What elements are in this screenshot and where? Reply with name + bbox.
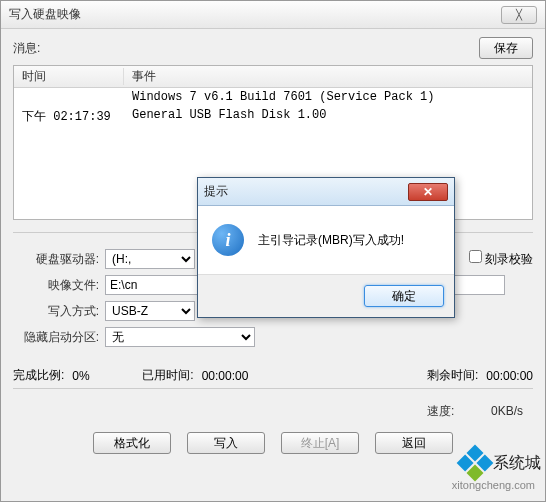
log-header: 时间 事件 — [14, 66, 532, 88]
verify-text: 刻录校验 — [485, 252, 533, 266]
dialog-ok-button[interactable]: 确定 — [364, 285, 444, 307]
drive-select[interactable]: (H:, — [105, 249, 195, 269]
dialog-titlebar: 提示 ✕ — [198, 178, 454, 206]
window-close-button[interactable]: ╳ — [501, 6, 537, 24]
elapsed-label: 已用时间: — [142, 367, 193, 384]
dialog-body: i 主引导记录(MBR)写入成功! — [198, 206, 454, 274]
watermark-brand: 系统城 — [493, 453, 541, 474]
done-label: 完成比例: — [13, 367, 64, 384]
log-time — [14, 90, 124, 104]
drive-label: 硬盘驱动器: — [13, 251, 105, 268]
main-window: 写入硬盘映像 ╳ 消息: 保存 时间 事件 Windows 7 v6.1 Bui… — [0, 0, 546, 502]
save-button[interactable]: 保存 — [479, 37, 533, 59]
dialog-message: 主引导记录(MBR)写入成功! — [258, 232, 404, 249]
mode-label: 写入方式: — [13, 303, 105, 320]
log-row: Windows 7 v6.1 Build 7601 (Service Pack … — [14, 88, 532, 106]
image-label: 映像文件: — [13, 277, 105, 294]
dialog-title: 提示 — [204, 183, 408, 200]
remain-label: 剩余时间: — [427, 367, 478, 384]
log-row: 下午 02:17:39 General USB Flash Disk 1.00 — [14, 106, 532, 127]
hide-label: 隐藏启动分区: — [13, 329, 105, 346]
write-button[interactable]: 写入 — [187, 432, 265, 454]
remain-value: 00:00:00 — [486, 369, 533, 383]
verify-checkbox[interactable] — [469, 250, 482, 263]
col-event-header: 事件 — [124, 68, 164, 85]
logo-icon — [455, 443, 495, 483]
button-row: 格式化 写入 终止[A] 返回 — [13, 428, 533, 458]
dialog-close-button[interactable]: ✕ — [408, 183, 448, 201]
watermark-logo: 系统城 — [461, 449, 541, 477]
alert-dialog: 提示 ✕ i 主引导记录(MBR)写入成功! 确定 — [197, 177, 455, 318]
col-time-header: 时间 — [14, 68, 124, 85]
watermark-url: xitongcheng.com — [452, 479, 535, 491]
log-body: Windows 7 v6.1 Build 7601 (Service Pack … — [14, 88, 532, 127]
done-value: 0% — [72, 369, 142, 383]
speed-row: 速度: 0KB/s — [13, 397, 533, 428]
message-row: 消息: 保存 — [13, 37, 533, 59]
mode-select[interactable]: USB-Z — [105, 301, 195, 321]
back-button[interactable]: 返回 — [375, 432, 453, 454]
hide-row: 隐藏启动分区: 无 — [13, 327, 533, 347]
progress-row: 完成比例: 0% 已用时间: 00:00:00 剩余时间: 00:00:00 — [13, 367, 533, 384]
verify-checkbox-label[interactable]: 刻录校验 — [469, 250, 533, 268]
dialog-footer: 确定 — [198, 274, 454, 317]
abort-button[interactable]: 终止[A] — [281, 432, 359, 454]
titlebar: 写入硬盘映像 ╳ — [1, 1, 545, 29]
speed-label: 速度: — [427, 404, 454, 418]
log-event: General USB Flash Disk 1.00 — [124, 108, 532, 125]
log-event: Windows 7 v6.1 Build 7601 (Service Pack … — [124, 90, 532, 104]
window-title: 写入硬盘映像 — [9, 6, 501, 23]
elapsed-value: 00:00:00 — [202, 369, 272, 383]
info-icon: i — [212, 224, 244, 256]
log-time: 下午 02:17:39 — [14, 108, 124, 125]
divider — [13, 388, 533, 389]
format-button[interactable]: 格式化 — [93, 432, 171, 454]
message-label: 消息: — [13, 40, 479, 57]
speed-value: 0KB/s — [491, 404, 523, 418]
hide-select[interactable]: 无 — [105, 327, 255, 347]
